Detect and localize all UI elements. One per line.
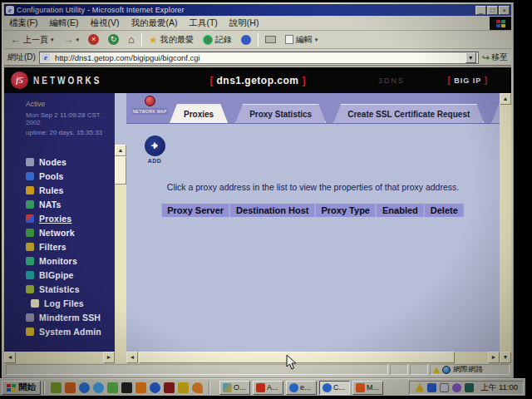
sidebar-item-statistics[interactable]: Statistics bbox=[4, 282, 115, 296]
task-button-5[interactable]: M... bbox=[352, 381, 383, 395]
quick-launch-icon[interactable] bbox=[178, 382, 189, 393]
sidebar-item-filters[interactable]: Filters bbox=[4, 239, 115, 254]
sidebar-item-proxies[interactable]: Proxies bbox=[4, 211, 115, 225]
col-delete[interactable]: Delete bbox=[425, 204, 464, 217]
maximize-button[interactable]: □ bbox=[487, 6, 498, 15]
minimize-button[interactable]: _ bbox=[475, 6, 486, 15]
network-map-button[interactable]: NETWORK MAP bbox=[131, 96, 168, 115]
close-button[interactable]: × bbox=[499, 6, 510, 15]
quick-launch-icon[interactable] bbox=[121, 382, 132, 393]
sidebar-horizontal-scrollbar[interactable]: ◄ ► bbox=[4, 352, 115, 363]
bigpipe-icon bbox=[26, 271, 34, 279]
stop-button[interactable]: × bbox=[86, 33, 101, 46]
col-proxy-type[interactable]: Proxy Type bbox=[315, 204, 376, 217]
quick-launch-icon[interactable] bbox=[107, 382, 118, 393]
security-zone-pane: 網際網路 bbox=[430, 364, 510, 375]
menu-file[interactable]: 檔案(F) bbox=[9, 17, 37, 29]
tray-icon[interactable] bbox=[465, 383, 474, 392]
quick-launch-icon[interactable] bbox=[93, 382, 104, 393]
tray-icon[interactable] bbox=[415, 383, 424, 392]
toolbar-separator bbox=[141, 33, 142, 47]
media-icon bbox=[241, 35, 251, 45]
menu-help[interactable]: 說明(H) bbox=[229, 17, 259, 29]
scroll-right-icon[interactable]: ► bbox=[488, 352, 500, 363]
menu-view[interactable]: 檢視(V) bbox=[90, 17, 119, 29]
scroll-left-icon[interactable]: ◄ bbox=[4, 352, 16, 363]
tray-icon[interactable] bbox=[452, 383, 461, 392]
col-proxy-server[interactable]: Proxy Server bbox=[161, 204, 229, 217]
back-button[interactable]: ← 上一頁 ▾ bbox=[7, 33, 57, 47]
tab-install-ssl-certificate[interactable]: Install SSL Certifi bbox=[491, 104, 500, 123]
sidebar-item-monitors[interactable]: Monitors bbox=[4, 254, 115, 268]
scroll-down-icon[interactable]: ▼ bbox=[500, 352, 511, 363]
edit-dropdown-icon[interactable]: ▾ bbox=[315, 37, 318, 43]
print-icon bbox=[265, 36, 276, 43]
add-icon[interactable]: ++ bbox=[145, 135, 165, 156]
main-vertical-scrollbar[interactable]: ▲ ▼ bbox=[500, 93, 511, 363]
print-button[interactable] bbox=[263, 35, 278, 44]
tab-proxy-statistics[interactable]: Proxy Statistics bbox=[235, 104, 326, 123]
tray-icon[interactable] bbox=[427, 383, 436, 392]
product-bigip-label: [ BIG IP ] bbox=[447, 76, 488, 85]
sidebar-item-nodes[interactable]: Nodes bbox=[4, 155, 115, 169]
toolbar-separator bbox=[258, 33, 259, 47]
scroll-up-icon[interactable]: ▲ bbox=[500, 93, 511, 105]
address-input[interactable]: e http://dns1.getop.com/bigipgui/bigconf… bbox=[39, 52, 479, 64]
favorites-icon: ★ bbox=[149, 34, 158, 46]
scrollbar-thumb[interactable] bbox=[115, 156, 126, 185]
tab-proxies[interactable]: Proxies bbox=[170, 104, 228, 123]
forward-dropdown-icon[interactable]: ▾ bbox=[76, 37, 80, 43]
sidebar-item-bigpipe[interactable]: BIGpipe bbox=[4, 268, 115, 282]
taskbar-clock[interactable]: 上午 11:00 bbox=[480, 382, 518, 393]
history-label: 記錄 bbox=[215, 34, 232, 46]
quick-launch-icon[interactable] bbox=[51, 382, 62, 393]
address-dropdown-button[interactable]: ▼ bbox=[466, 52, 476, 63]
col-enabled[interactable]: Enabled bbox=[377, 204, 424, 217]
log-files-icon bbox=[31, 299, 39, 308]
url-text[interactable]: http://dns1.getop.com/bigipgui/bigconf.c… bbox=[55, 53, 463, 62]
task-button-configuration-utility[interactable]: C... bbox=[319, 381, 350, 395]
address-label: 網址(D) bbox=[7, 52, 36, 63]
sidebar-item-network[interactable]: Network bbox=[4, 225, 115, 239]
sidebar-item-log-files[interactable]: Log Files bbox=[4, 296, 115, 310]
task-button-3[interactable]: e... bbox=[286, 381, 317, 395]
main-horizontal-scrollbar[interactable]: ◄ ► bbox=[126, 352, 500, 363]
scroll-right-icon[interactable]: ► bbox=[103, 352, 115, 363]
scroll-left-icon[interactable]: ◄ bbox=[126, 352, 138, 363]
menu-edit[interactable]: 編輯(E) bbox=[49, 17, 78, 29]
filters-icon bbox=[26, 243, 34, 251]
task-button-2[interactable]: A... bbox=[253, 381, 283, 395]
col-destination-host[interactable]: Destination Host bbox=[230, 204, 314, 217]
tab-create-ssl-certificate-request[interactable]: Create SSL Certificate Request bbox=[333, 104, 484, 123]
home-button[interactable]: ⌂ bbox=[126, 32, 137, 47]
tray-icon[interactable] bbox=[440, 383, 449, 392]
edit-button[interactable]: 編輯 ▾ bbox=[283, 33, 321, 47]
add-proxy-button[interactable]: ++ ADD bbox=[143, 135, 166, 164]
quick-launch-icon[interactable] bbox=[192, 382, 203, 393]
back-dropdown-icon[interactable]: ▾ bbox=[51, 37, 54, 43]
start-button[interactable]: 開始 bbox=[2, 381, 41, 395]
favorites-button[interactable]: ★ 我的最愛 bbox=[146, 33, 196, 47]
sidebar-item-system-admin[interactable]: System Admin bbox=[4, 324, 115, 338]
history-button[interactable]: 記錄 bbox=[200, 33, 234, 47]
sidebar-item-rules[interactable]: Rules bbox=[4, 183, 115, 197]
media-button[interactable] bbox=[239, 34, 254, 46]
quick-launch-icon[interactable] bbox=[135, 382, 146, 393]
task-button-1[interactable]: O... bbox=[219, 381, 250, 395]
go-button[interactable]: ↪ 移至 bbox=[482, 52, 508, 63]
quick-launch-icon[interactable] bbox=[65, 382, 76, 393]
refresh-button[interactable]: ↻ bbox=[106, 33, 121, 46]
sidebar-item-pools[interactable]: Pools bbox=[4, 169, 115, 183]
menu-favorites[interactable]: 我的最愛(A) bbox=[131, 17, 177, 29]
menu-tools[interactable]: 工具(T) bbox=[189, 17, 217, 29]
sidebar-item-nats[interactable]: NATs bbox=[4, 197, 115, 211]
sidebar-vertical-scrollbar[interactable]: ▲ bbox=[115, 145, 126, 363]
title-bar[interactable]: e Configuration Utility - Microsoft Inte… bbox=[4, 4, 511, 16]
quick-launch-icon[interactable] bbox=[79, 382, 90, 393]
quick-launch-icon[interactable] bbox=[164, 382, 175, 393]
instruction-text: Click a proxy address in the list to vie… bbox=[126, 182, 500, 192]
scroll-up-icon[interactable]: ▲ bbox=[115, 145, 126, 156]
sidebar-item-mindterm-ssh[interactable]: Mindterm SSH bbox=[4, 310, 115, 324]
quick-launch-icon[interactable] bbox=[150, 382, 160, 393]
forward-button[interactable]: → ▾ bbox=[61, 34, 82, 46]
